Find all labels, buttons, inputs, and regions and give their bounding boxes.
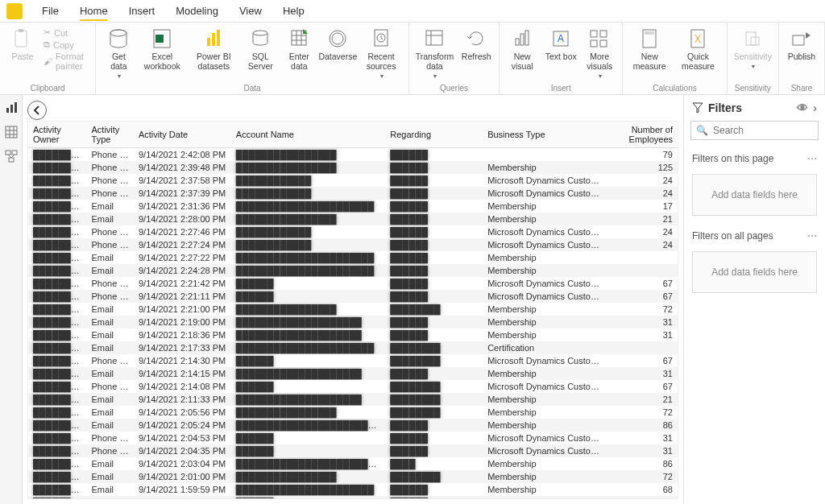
- filters-all-pages-dropzone[interactable]: Add data fields here: [692, 251, 817, 293]
- eye-icon[interactable]: 👁: [797, 101, 808, 114]
- cell-type: Phone Call: [87, 432, 134, 444]
- filter-search-input[interactable]: [713, 125, 825, 136]
- copy-icon: ⧉: [44, 39, 50, 50]
- col-type[interactable]: Activity Type: [87, 122, 134, 148]
- more-icon[interactable]: ⋯: [807, 230, 817, 242]
- cell-owner: ████████: [28, 496, 87, 499]
- dataverse-button[interactable]: Dataverse: [320, 26, 355, 63]
- table-row[interactable]: ████████Email9/14/2021 2:28:00 PM███████…: [28, 213, 678, 225]
- table-row[interactable]: ████████Phone Call9/14/2021 2:04:53 PM██…: [28, 432, 678, 444]
- col-biztype[interactable]: Business Type: [483, 122, 604, 148]
- chevron-right-icon[interactable]: ›: [813, 101, 817, 114]
- table-row[interactable]: ████████Email9/14/2021 2:24:28 PM███████…: [28, 264, 678, 277]
- app-logo-icon: [6, 3, 23, 19]
- table-row[interactable]: ████████Phone Call9/14/2021 2:37:39 PM██…: [28, 187, 678, 200]
- cell-date: 9/14/2021 2:39:48 PM: [134, 161, 231, 174]
- cell-employees: [604, 264, 678, 277]
- cell-account: ████████████████████: [231, 393, 385, 406]
- more-visuals-button[interactable]: More visuals▾: [582, 26, 617, 81]
- svg-rect-28: [793, 35, 804, 45]
- table-row[interactable]: ████████Email9/14/2021 2:03:04 PM███████…: [28, 457, 678, 470]
- publish-button[interactable]: Publish: [784, 26, 819, 63]
- cell-regarding: ██████: [385, 187, 483, 200]
- table-row[interactable]: ████████Email9/14/2021 2:11:33 PM███████…: [28, 393, 678, 406]
- back-button[interactable]: [27, 101, 47, 120]
- new-measure-button[interactable]: New measure: [628, 26, 671, 72]
- svg-rect-14: [516, 39, 519, 45]
- cell-date: 9/14/2021 2:03:04 PM: [134, 457, 231, 470]
- table-row[interactable]: ████████Phone Call9/14/2021 1:59:12 PM██…: [28, 496, 678, 499]
- cell-owner: ████████: [28, 341, 87, 354]
- copy-button[interactable]: ⧉Copy: [44, 39, 90, 50]
- get-data-button[interactable]: Get data▾: [101, 26, 136, 81]
- chevron-down-icon: ▾: [752, 63, 755, 70]
- cell-type: Email: [87, 367, 134, 380]
- table-row[interactable]: ████████Phone Call9/14/2021 2:14:30 PM██…: [28, 354, 678, 367]
- cell-regarding: ██████: [385, 419, 483, 432]
- table-row[interactable]: ████████Phone Call9/14/2021 2:21:11 PM██…: [28, 290, 678, 303]
- col-date[interactable]: Activity Date: [134, 122, 231, 148]
- table-row[interactable]: ████████Email9/14/2021 2:14:15 PM███████…: [28, 367, 678, 380]
- data-view-button[interactable]: [3, 124, 19, 140]
- new-visual-button[interactable]: New visual: [504, 26, 540, 72]
- transform-data-button[interactable]: Transform data▾: [414, 26, 455, 81]
- cell-employees: 86: [604, 457, 678, 470]
- filter-search[interactable]: 🔍: [690, 121, 819, 140]
- table-row[interactable]: ████████Email9/14/2021 2:05:24 PM███████…: [28, 419, 678, 432]
- menu-modeling[interactable]: Modeling: [174, 2, 220, 20]
- cell-regarding: ████████: [385, 354, 483, 367]
- recent-sources-button[interactable]: Recent sources▾: [359, 26, 403, 81]
- table-row[interactable]: ████████Phone Call9/14/2021 2:14:08 PM██…: [28, 380, 678, 393]
- report-view-button[interactable]: [3, 100, 19, 116]
- cell-regarding: ██████: [385, 213, 483, 225]
- menu-help[interactable]: Help: [281, 2, 306, 20]
- table-row[interactable]: ████████Email9/14/2021 2:21:00 PM███████…: [28, 303, 678, 316]
- table-row[interactable]: ████████Phone Call9/14/2021 2:04:35 PM██…: [28, 444, 678, 457]
- col-owner[interactable]: Activity Owner: [28, 122, 87, 148]
- paste-button[interactable]: Paste: [5, 26, 40, 63]
- table-row[interactable]: ████████Email9/14/2021 2:05:56 PM███████…: [28, 406, 678, 419]
- cell-owner: ████████: [28, 354, 87, 367]
- cell-owner: ████████: [28, 238, 87, 251]
- table-row[interactable]: ████████Phone Call9/14/2021 2:27:46 PM██…: [28, 225, 678, 238]
- table-row[interactable]: ████████Email9/14/2021 2:31:36 PM███████…: [28, 200, 678, 213]
- quick-measure-button[interactable]: Quick measure: [674, 26, 722, 72]
- cell-employees: 125: [604, 161, 678, 174]
- enter-data-button[interactable]: Enter data: [281, 26, 317, 72]
- table-visual[interactable]: Activity Owner Activity Type Activity Da…: [27, 121, 678, 499]
- cell-owner: ████████: [28, 264, 87, 277]
- pbi-datasets-button[interactable]: Power BI datasets: [188, 26, 239, 72]
- menu-view[interactable]: View: [238, 2, 263, 20]
- sensitivity-button[interactable]: Sensitivity▾: [732, 26, 773, 72]
- col-employees[interactable]: Number of Employees: [604, 122, 678, 148]
- format-painter-button[interactable]: 🖌Format painter: [44, 52, 90, 71]
- menu-home[interactable]: Home: [78, 2, 110, 20]
- text-box-button[interactable]: AText box: [543, 26, 578, 63]
- table-row[interactable]: ████████Email9/14/2021 1:59:59 PM███████…: [28, 483, 678, 496]
- menu-insert[interactable]: Insert: [127, 2, 157, 20]
- table-row[interactable]: ████████Email9/14/2021 2:17:33 PM███████…: [28, 341, 678, 354]
- cell-type: Phone Call: [87, 238, 134, 251]
- table-row[interactable]: ████████Email9/14/2021 2:18:36 PM███████…: [28, 328, 678, 341]
- col-account[interactable]: Account Name: [231, 122, 385, 148]
- table-row[interactable]: ████████Email9/14/2021 2:27:22 PM███████…: [28, 251, 678, 264]
- filters-this-page-dropzone[interactable]: Add data fields here: [692, 174, 817, 216]
- table-row[interactable]: ████████Phone Call9/14/2021 2:42:08 PM██…: [28, 148, 678, 162]
- table-row[interactable]: ████████Phone Call9/14/2021 2:37:58 PM██…: [28, 174, 678, 187]
- refresh-button[interactable]: Refresh: [458, 26, 494, 63]
- table-row[interactable]: ████████Phone Call9/14/2021 2:27:24 PM██…: [28, 238, 678, 251]
- sql-server-button[interactable]: SQL Server: [243, 26, 278, 72]
- cell-date: 9/14/2021 2:21:11 PM: [134, 290, 231, 303]
- table-row[interactable]: ████████Email9/14/2021 2:19:00 PM███████…: [28, 316, 678, 328]
- col-regarding[interactable]: Regarding: [385, 122, 483, 148]
- model-view-button[interactable]: [3, 148, 19, 164]
- cell-account: ██████: [231, 496, 385, 499]
- excel-button[interactable]: Excel workbook: [139, 26, 184, 72]
- table-row[interactable]: ████████Phone Call9/14/2021 2:39:48 PM██…: [28, 161, 678, 174]
- table-row[interactable]: ████████Email9/14/2021 2:01:00 PM███████…: [28, 470, 678, 483]
- cut-button[interactable]: ✂Cut: [44, 27, 90, 38]
- ribbon-group-share: Publish Share: [779, 23, 825, 94]
- menu-file[interactable]: File: [40, 2, 60, 20]
- more-icon[interactable]: ⋯: [807, 153, 817, 164]
- table-row[interactable]: ████████Phone Call9/14/2021 2:21:42 PM██…: [28, 277, 678, 290]
